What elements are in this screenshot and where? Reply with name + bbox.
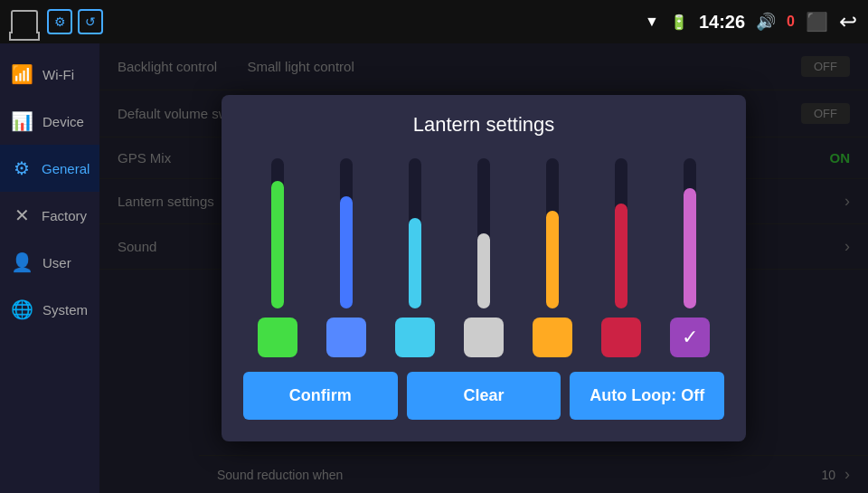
sidebar-label-system: System: [42, 302, 88, 318]
slider-purple[interactable]: ✓: [670, 158, 710, 357]
status-bar: ⚙ ↺ ▼ 🔋 14:26 🔊 0 ⬛ ↩: [0, 0, 868, 43]
status-left: ⚙ ↺: [11, 9, 103, 34]
autoloop-button[interactable]: Auto Loop: Off: [570, 372, 724, 420]
sidebar-item-factory[interactable]: ✕ Factory: [0, 192, 99, 239]
slider-track-green: [271, 158, 284, 308]
sidebar-item-device[interactable]: 📊 Device: [0, 98, 99, 145]
sidebar: 📶 Wi-Fi 📊 Device ⚙ General ✕ Factory 👤 U…: [0, 43, 99, 493]
slider-thumb-orange[interactable]: [533, 318, 572, 357]
slider-fill-cyan: [409, 218, 421, 308]
sliders-area: ✓: [243, 158, 724, 357]
time-display: 14:26: [699, 12, 745, 33]
slider-fill-red: [615, 204, 627, 308]
sidebar-label-general: General: [42, 161, 90, 176]
factory-sidebar-icon: ✕: [11, 204, 33, 226]
refresh-icon[interactable]: ↺: [78, 9, 103, 34]
slider-green[interactable]: [258, 158, 297, 357]
sidebar-item-system[interactable]: 🌐 System: [0, 286, 99, 333]
confirm-button[interactable]: Confirm: [243, 372, 398, 420]
settings-icon[interactable]: ⚙: [47, 9, 72, 34]
slider-track-orange: [546, 158, 559, 308]
clear-button[interactable]: Clear: [407, 372, 561, 420]
home-icon[interactable]: [11, 10, 38, 33]
slider-track-white: [477, 158, 490, 308]
general-sidebar-icon: ⚙: [11, 157, 33, 179]
modal-title: Lantern settings: [243, 113, 724, 137]
battery-icon: 🔋: [670, 14, 688, 31]
system-sidebar-icon: 🌐: [11, 299, 33, 320]
sidebar-label-wifi: Wi-Fi: [42, 67, 74, 82]
status-right: ▼ 🔋 14:26 🔊 0 ⬛ ↩: [645, 9, 857, 34]
device-sidebar-icon: 📊: [11, 110, 33, 132]
sidebar-label-device: Device: [42, 114, 84, 129]
slider-fill-blue: [340, 196, 353, 309]
slider-fill-green: [271, 181, 284, 308]
settings-icons: ⚙ ↺: [47, 9, 103, 34]
user-sidebar-icon: 👤: [11, 251, 33, 273]
slider-thumb-cyan[interactable]: [395, 318, 435, 357]
slider-white[interactable]: [464, 158, 504, 357]
wifi-icon: ▼: [645, 14, 659, 30]
slider-thumb-white[interactable]: [464, 318, 504, 357]
lantern-settings-modal: Lantern settings: [222, 95, 746, 441]
sidebar-item-general[interactable]: ⚙ General: [0, 145, 99, 192]
sidebar-label-factory: Factory: [42, 208, 87, 223]
slider-cyan[interactable]: [395, 158, 435, 357]
slider-track-cyan: [409, 158, 421, 308]
slider-orange[interactable]: [533, 158, 572, 357]
sidebar-label-user: User: [42, 255, 71, 270]
slider-track-red: [615, 158, 627, 308]
slider-blue[interactable]: [326, 158, 366, 357]
slider-fill-orange: [546, 211, 559, 308]
back-icon[interactable]: ↩: [839, 9, 857, 34]
slider-track-blue: [340, 158, 353, 308]
checkmark-icon: ✓: [682, 326, 698, 349]
slider-thumb-red[interactable]: [601, 318, 641, 357]
volume-icon: 🔊: [756, 12, 776, 32]
modal-buttons: Confirm Clear Auto Loop: Off: [243, 372, 724, 420]
modal-overlay: Lantern settings: [99, 43, 868, 493]
slider-thumb-blue[interactable]: [326, 318, 366, 357]
slider-fill-purple: [684, 188, 696, 308]
screen-icon: ⬛: [806, 11, 828, 33]
wifi-sidebar-icon: 📶: [11, 63, 33, 85]
sidebar-item-wifi[interactable]: 📶 Wi-Fi: [0, 51, 99, 98]
slider-thumb-green[interactable]: [258, 318, 297, 357]
slider-red[interactable]: [601, 158, 641, 357]
sidebar-item-user[interactable]: 👤 User: [0, 239, 99, 286]
slider-thumb-purple[interactable]: ✓: [670, 318, 710, 357]
battery-number: 0: [787, 14, 795, 30]
slider-track-purple: [684, 158, 696, 308]
slider-fill-white: [477, 233, 490, 308]
